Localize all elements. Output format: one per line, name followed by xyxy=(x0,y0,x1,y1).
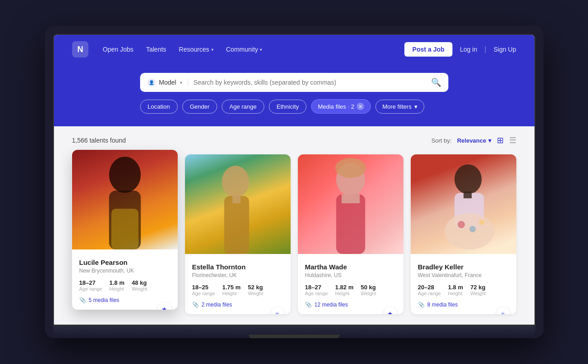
stat-age: 20–28 Age range xyxy=(418,284,441,296)
talent-photo xyxy=(72,150,178,249)
svg-rect-8 xyxy=(341,194,360,203)
talent-card[interactable]: ★ Bradley Keller West Valentinafurt, Fra… xyxy=(411,154,516,314)
grid-view-button[interactable]: ⊞ xyxy=(497,135,504,145)
svg-rect-2 xyxy=(111,209,138,249)
svg-rect-4 xyxy=(224,196,249,254)
search-type-selector[interactable]: 👤 Model ▾ xyxy=(147,78,188,86)
filter-age-range[interactable]: Age range xyxy=(222,100,264,114)
talent-stats: 18–25 Age range 1.75 m Height 52 kg Weig… xyxy=(192,284,283,296)
media-icon: 📎 xyxy=(305,302,312,308)
stat-height: 1.8 m Height xyxy=(448,284,463,296)
talent-stats: 18–27 Age range 1.82 m Height 50 kg Weig… xyxy=(305,284,396,296)
nav-links: Open Jobs Talents Resources▾ Community▾ xyxy=(103,46,390,53)
search-section: 👤 Model ▾ 🔍 Location Gender Age range Et… xyxy=(54,64,535,126)
person-icon: 👤 xyxy=(147,78,156,86)
svg-rect-5 xyxy=(232,194,240,203)
results-section: 1,566 talents found Sort by: Relevance ▾… xyxy=(54,126,535,323)
talent-name: Lucile Pearson xyxy=(79,259,170,266)
app-container: N Open Jobs Talents Resources▾ Community… xyxy=(54,35,535,325)
nav-actions: Post a Job Log in | Sign Up xyxy=(404,42,516,57)
chevron-icon: ▾ xyxy=(260,47,262,52)
stat-height-value: 1.8 m xyxy=(109,279,124,286)
chevron-down-icon: ▾ xyxy=(414,103,418,110)
chevron-icon: ▾ xyxy=(211,47,214,52)
media-files-link[interactable]: 📎 5 media files xyxy=(79,297,170,303)
talent-location: New Brycenmouth, UK xyxy=(79,268,170,274)
talent-photo xyxy=(185,154,291,254)
svg-point-13 xyxy=(457,221,465,228)
post-job-button[interactable]: Post a Job xyxy=(404,42,453,57)
results-header: 1,566 talents found Sort by: Relevance ▾… xyxy=(72,135,516,145)
talent-location: West Valentinafurt, France xyxy=(418,272,509,278)
stat-height: 1.75 m Height xyxy=(222,284,240,296)
stat-weight: 48 kg Weight xyxy=(132,279,147,292)
talent-stats: 18–27 Age range 1.8 m Height 48 kg Weigh… xyxy=(79,279,170,292)
dropdown-arrow-icon: ▾ xyxy=(180,80,182,85)
laptop-base xyxy=(53,326,535,338)
talent-stats: 20–28 Age range 1.8 m Height 72 kg Weigh… xyxy=(418,284,509,296)
media-icon: 📎 xyxy=(192,302,199,308)
svg-point-12 xyxy=(444,213,494,249)
search-button[interactable]: 🔍 xyxy=(431,77,441,87)
talent-card[interactable]: ★ Estella Thornton Florinechester, UK 18… xyxy=(185,154,291,314)
talent-name: Estella Thornton xyxy=(192,263,283,271)
list-view-button[interactable]: ☰ xyxy=(509,135,516,145)
stat-age: 18–27 Age range xyxy=(79,279,102,292)
more-filters-button[interactable]: More filters ▾ xyxy=(375,100,424,114)
stat-age-label: Age range xyxy=(79,286,102,292)
filter-gender[interactable]: Gender xyxy=(182,100,217,114)
card-body: Estella Thornton Florinechester, UK 18–2… xyxy=(185,254,291,314)
signup-button[interactable]: Sign Up xyxy=(494,46,516,53)
sort-view: Sort by: Relevance ▾ ⊞ ☰ xyxy=(431,135,516,145)
navbar: N Open Jobs Talents Resources▾ Community… xyxy=(54,35,535,64)
stat-height: 1.8 m Height xyxy=(109,279,124,292)
filter-location[interactable]: Location xyxy=(140,100,178,114)
search-bar: 👤 Model ▾ 🔍 xyxy=(140,73,448,92)
svg-point-14 xyxy=(469,226,476,232)
search-type-label: Model xyxy=(159,79,176,86)
media-files-link[interactable]: 📎 2 media files xyxy=(192,302,283,308)
stat-weight-label: Weight xyxy=(132,286,147,292)
logo: N xyxy=(72,41,88,57)
card-body: Bradley Keller West Valentinafurt, Franc… xyxy=(411,254,516,314)
svg-point-10 xyxy=(454,164,481,194)
talent-cards-grid: ★ Lucile Pearson New Brycenmouth, UK 18–… xyxy=(72,154,516,314)
filter-close-icon[interactable]: ✕ xyxy=(357,103,364,110)
nav-talents[interactable]: Talents xyxy=(146,46,166,53)
sort-label: Sort by: xyxy=(431,137,452,144)
talent-card[interactable]: ★ Martha Wade Huldashire, US 18–27 Age r… xyxy=(298,154,403,314)
filter-row: Location Gender Age range Ethnicity Medi… xyxy=(140,99,448,114)
sort-chevron-icon: ▾ xyxy=(488,137,491,144)
stat-age-value: 18–27 xyxy=(79,279,102,286)
nav-resources[interactable]: Resources▾ xyxy=(179,46,214,53)
talent-location: Florinechester, UK xyxy=(192,272,283,278)
nav-open-jobs[interactable]: Open Jobs xyxy=(103,46,134,53)
talent-name: Martha Wade xyxy=(305,263,396,271)
filter-media-files[interactable]: Media files · 2 ✕ xyxy=(311,99,371,114)
filter-ethnicity[interactable]: Ethnicity xyxy=(269,100,306,114)
svg-point-9 xyxy=(335,158,366,178)
stat-height-label: Height xyxy=(109,286,124,292)
sort-dropdown[interactable]: Relevance ▾ xyxy=(457,137,491,144)
search-input[interactable] xyxy=(194,79,426,86)
talent-photo xyxy=(411,154,516,254)
stat-weight: 52 kg Weight xyxy=(248,284,263,296)
media-icon: 📎 xyxy=(79,297,86,303)
talent-photo xyxy=(298,154,403,254)
stat-height: 1.82 m Height xyxy=(335,284,353,296)
media-files-link[interactable]: 📎 8 media files xyxy=(418,302,509,308)
nav-community[interactable]: Community▾ xyxy=(226,46,262,53)
stat-age: 18–27 Age range xyxy=(305,284,328,296)
card-body: Lucile Pearson New Brycenmouth, UK 18–27… xyxy=(72,249,178,310)
talent-card[interactable]: ★ Lucile Pearson New Brycenmouth, UK 18–… xyxy=(72,150,178,310)
stat-weight: 72 kg Weight xyxy=(471,284,486,296)
stat-age: 18–25 Age range xyxy=(192,284,215,296)
media-files-link[interactable]: 📎 12 media files xyxy=(305,302,396,308)
stat-weight-value: 48 kg xyxy=(132,279,147,286)
svg-point-3 xyxy=(222,166,249,197)
talent-name: Bradley Keller xyxy=(418,263,509,271)
login-button[interactable]: Log in xyxy=(460,46,477,53)
svg-point-15 xyxy=(479,220,484,225)
media-icon: 📎 xyxy=(418,302,425,308)
svg-rect-16 xyxy=(463,192,471,198)
